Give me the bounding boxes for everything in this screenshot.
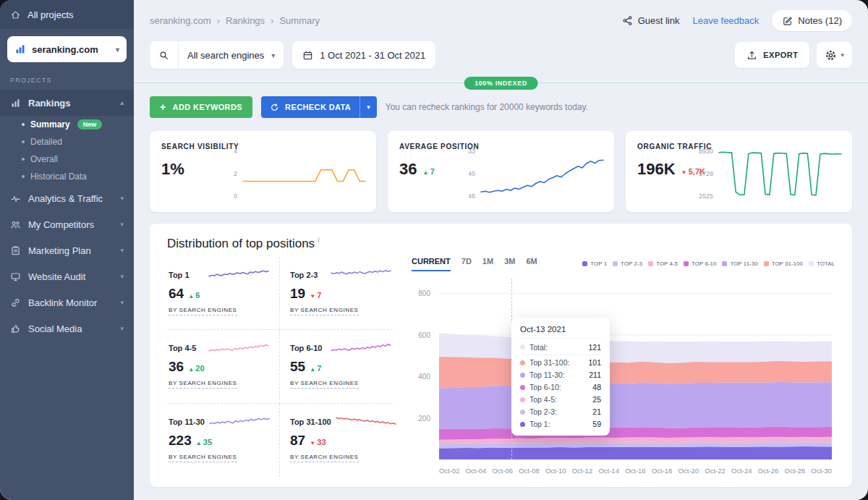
position-stat-top-31-100[interactable]: Top 31-1008733BY SEARCH ENGINES — [280, 404, 393, 477]
tooltip-label: Top 11-30: — [529, 370, 565, 379]
indexed-badge: 100% INDEXED — [464, 77, 538, 90]
sidebar-item-rankings[interactable]: Rankings — [0, 90, 134, 116]
export-label: EXPORT — [763, 51, 798, 59]
axis-tick: Oct-20 — [678, 467, 699, 477]
export-button[interactable]: EXPORT — [735, 42, 809, 68]
axis-tick: 2 — [234, 170, 237, 177]
distribution-title-row: Distribution of top positions i — [167, 237, 835, 251]
info-icon[interactable]: i — [318, 236, 320, 244]
stat-value: 55 — [290, 359, 305, 375]
project-selector[interactable]: seranking.com — [7, 36, 127, 62]
positions-chart-panel: CURRENT 7D 1M 3M 6M TOP 1TOP 2-3TOP 4-5T… — [412, 257, 835, 477]
sidebar-item-my-competitors[interactable]: My Competitors — [0, 211, 134, 237]
sparkline — [480, 147, 604, 200]
notes-label: Notes (12) — [798, 15, 842, 26]
tooltip-dot — [520, 385, 525, 390]
indexed-divider: 100% INDEXED — [134, 76, 868, 89]
search-engine-select[interactable]: All search engines — [150, 41, 284, 69]
sidebar-subitem-summary[interactable]: Summary New — [0, 116, 134, 133]
project-chart-icon — [14, 43, 26, 55]
chart-legend: TOP 1TOP 2-3TOP 4-5TOP 6-10TOP 11-30TOP … — [582, 260, 835, 271]
app-window: All projects seranking.com PROJECTS Rank… — [0, 0, 868, 500]
sidebar-item-backlink-monitor[interactable]: Backlink Monitor — [0, 289, 134, 315]
card-chart: 420 — [220, 147, 366, 200]
metric-cards: SEARCH VISIBILITY 1% 420 AVERAGE POSITIO… — [134, 122, 868, 212]
tooltip-value: 48 — [592, 383, 601, 391]
tab-7d[interactable]: 7D — [461, 257, 472, 271]
bullet-icon — [22, 158, 25, 161]
position-stat-top-2-3[interactable]: Top 2-3197BY SEARCH ENGINES — [280, 257, 393, 330]
tooltip-row: Top 31-100:101 — [520, 357, 601, 369]
y-axis-labels: 800600400200 — [412, 283, 433, 459]
position-stat-top-1[interactable]: Top 1646BY SEARCH ENGINES — [167, 257, 280, 330]
axis-tick: Oct-14 — [598, 467, 619, 477]
sidebar-item-analytics-traffic[interactable]: Analytics & Traffic — [0, 185, 134, 211]
sidebar-item-marketing-plan[interactable]: Marketing Plan — [0, 237, 134, 263]
stat-label: Top 11-30 — [169, 418, 205, 426]
axis-tick: Oct-16 — [625, 467, 646, 477]
card-organic-traffic[interactable]: ORGANIC TRAFFIC 196K 5,7K 893057282525 — [626, 131, 852, 212]
legend-item[interactable]: TOP 11-30 — [722, 260, 757, 267]
refresh-icon — [270, 103, 279, 112]
recheck-dropdown-toggle[interactable] — [359, 96, 377, 118]
stat-sparkline — [208, 266, 269, 284]
axis-tick: Oct-30 — [811, 467, 832, 477]
axis-tick: Oct-06 — [492, 467, 513, 477]
tooltip-title: Oct-13 2021 — [520, 325, 601, 339]
sidebar-item-social-media[interactable]: Social Media — [0, 315, 134, 342]
axis-tick: Oct-18 — [652, 467, 673, 477]
backlink-icon — [10, 297, 21, 308]
sidebar-item-website-audit[interactable]: Website Audit — [0, 263, 134, 289]
axis-tick: Oct-04 — [466, 467, 487, 477]
date-range-value: 1 Oct 2021 - 31 Oct 2021 — [320, 50, 425, 61]
breadcrumb-rankings[interactable]: Rankings — [226, 15, 265, 26]
recheck-data-button[interactable]: RECHECK DATA — [261, 96, 377, 118]
chevron-down-icon — [120, 221, 124, 228]
add-keywords-button[interactable]: ADD KEYWORDS — [150, 96, 252, 118]
tooltip-dot — [520, 397, 525, 402]
positions-chart[interactable]: 800600400200 Oct-13 2021 Total:121Top 31… — [412, 283, 835, 477]
position-stat-top-6-10[interactable]: Top 6-10557BY SEARCH ENGINES — [280, 330, 393, 403]
position-stat-top-4-5[interactable]: Top 4-53620BY SEARCH ENGINES — [167, 330, 280, 403]
stat-label: Top 1 — [169, 271, 190, 279]
legend-item[interactable]: TOP 4-5 — [648, 260, 678, 267]
stat-sub-label: BY SEARCH ENGINES — [169, 307, 237, 315]
breadcrumb-summary: Summary — [279, 15, 320, 26]
notes-button[interactable]: Notes (12) — [772, 10, 852, 31]
tab-current[interactable]: CURRENT — [412, 257, 451, 271]
stat-delta: 7 — [310, 364, 321, 373]
legend-item[interactable]: TOP 1 — [582, 260, 607, 267]
axis-tick: 400 — [418, 373, 430, 381]
tab-6m[interactable]: 6M — [526, 257, 537, 271]
guest-link-label: Guest link — [638, 15, 680, 26]
all-projects-button[interactable]: All projects — [0, 0, 134, 29]
tab-1m[interactable]: 1M — [482, 257, 493, 271]
tooltip-dot — [520, 360, 525, 365]
sidebar-subitem-overall[interactable]: Overall — [0, 151, 134, 168]
axis-tick: 200 — [418, 414, 430, 422]
breadcrumb-project[interactable]: seranking.com — [150, 15, 211, 26]
sidebar-subitem-historical-data[interactable]: Historical Data — [0, 168, 134, 185]
stat-value: 36 — [169, 359, 184, 375]
project-name: seranking.com — [32, 44, 98, 55]
settings-button[interactable] — [817, 42, 852, 68]
card-average-position[interactable]: AVERAGE POSITION 36 7 334046 — [388, 131, 614, 212]
tooltip-value: 25 — [592, 395, 601, 404]
legend-item[interactable]: TOP 31-100 — [764, 260, 803, 267]
card-search-visibility[interactable]: SEARCH VISIBILITY 1% 420 — [150, 131, 376, 212]
date-range-picker[interactable]: 1 Oct 2021 - 31 Oct 2021 — [292, 41, 435, 69]
legend-item[interactable]: TOP 6-10 — [684, 260, 716, 267]
sidebar-subitem-detailed[interactable]: Detailed — [0, 133, 134, 151]
axis-tick: Oct-22 — [705, 467, 726, 477]
card-chart: 334046 — [458, 147, 604, 200]
position-stat-top-11-30[interactable]: Top 11-3022335BY SEARCH ENGINES — [167, 404, 280, 477]
legend-item[interactable]: TOTAL — [809, 260, 835, 267]
stat-sparkline — [336, 412, 396, 431]
toolbar: All search engines 1 Oct 2021 - 31 Oct 2… — [134, 34, 868, 70]
legend-swatch — [809, 261, 814, 266]
tab-3m[interactable]: 3M — [504, 257, 515, 271]
stat-sparkline — [208, 339, 269, 357]
legend-item[interactable]: TOP 2-3 — [613, 260, 642, 267]
guest-link-button[interactable]: Guest link — [622, 15, 680, 26]
leave-feedback-link[interactable]: Leave feedback — [693, 15, 760, 26]
